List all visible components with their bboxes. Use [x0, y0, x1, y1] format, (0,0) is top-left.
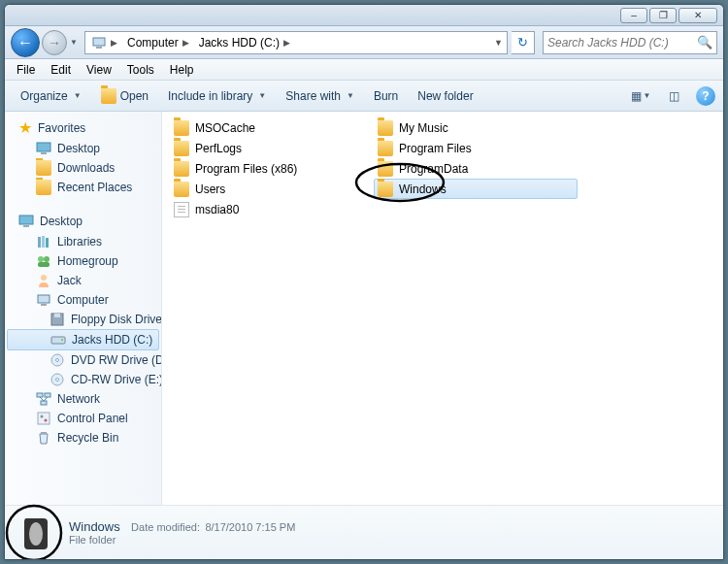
menu-view[interactable]: View	[79, 60, 119, 80]
svg-rect-8	[46, 238, 49, 248]
list-item-selected[interactable]: Windows	[374, 179, 578, 199]
svg-point-22	[56, 379, 59, 382]
sidebar-item-user[interactable]: Jack	[5, 271, 161, 290]
menubar: File Edit View Tools Help	[5, 59, 723, 81]
svg-rect-14	[41, 304, 47, 306]
svg-rect-7	[42, 236, 45, 248]
folder-icon	[378, 141, 393, 156]
close-button[interactable]: ✕	[678, 8, 717, 23]
toolbar: Organize▼ Open Include in library▼ Share…	[5, 81, 723, 112]
folder-icon	[36, 160, 51, 176]
svg-rect-17	[51, 337, 65, 344]
svg-rect-29	[41, 432, 47, 434]
help-button[interactable]: ?	[696, 86, 715, 106]
homegroup-icon	[36, 253, 51, 269]
desktop-icon	[18, 214, 34, 229]
navigation-pane: ★ Favorites Desktop Downloads Recent Pla…	[5, 112, 162, 505]
folder-icon	[174, 182, 189, 197]
svg-point-32	[29, 522, 43, 546]
svg-rect-26	[38, 413, 50, 424]
sidebar-item-downloads[interactable]: Downloads	[5, 158, 161, 178]
details-icon	[15, 513, 55, 553]
floppy-icon	[50, 312, 65, 327]
breadcrumb-computer[interactable]: Computer ▶	[123, 32, 195, 53]
details-pane: Windows Date modified: 8/17/2010 7:15 PM…	[5, 505, 723, 559]
preview-pane-button[interactable]: ◫	[659, 85, 688, 107]
folder-icon	[174, 120, 189, 136]
history-dropdown[interactable]: ▼	[67, 33, 81, 52]
menu-file[interactable]: File	[9, 60, 43, 80]
folder-icon	[378, 161, 393, 177]
address-dropdown[interactable]: ▼	[492, 38, 505, 48]
breadcrumb-drive[interactable]: Jacks HDD (C:) ▶	[195, 32, 296, 53]
file-icon	[174, 202, 189, 217]
svg-rect-0	[93, 38, 105, 46]
forward-button[interactable]: →	[42, 30, 67, 55]
titlebar: – ❐ ✕	[5, 5, 723, 26]
svg-rect-5	[23, 225, 29, 227]
search-box[interactable]: 🔍	[543, 31, 717, 54]
maximize-button[interactable]: ❐	[649, 8, 677, 23]
disc-icon	[50, 352, 65, 368]
chevron-right-icon: ▶	[181, 38, 191, 48]
svg-point-27	[41, 415, 44, 418]
navbar: ← → ▼ ▶ Computer ▶ Jacks HDD (C:) ▶ ▼ ↻ …	[5, 26, 723, 59]
menu-help[interactable]: Help	[162, 60, 202, 80]
list-item[interactable]: Program Files (x86)	[170, 158, 374, 179]
sidebar-item-computer[interactable]: Computer	[5, 290, 161, 310]
list-item[interactable]: msdia80	[170, 199, 374, 219]
menu-tools[interactable]: Tools	[119, 60, 162, 80]
menu-edit[interactable]: Edit	[43, 60, 79, 80]
sidebar-item-recyclebin[interactable]: Recycle Bin	[5, 428, 161, 448]
refresh-button[interactable]: ↻	[512, 31, 535, 54]
svg-point-18	[61, 339, 63, 341]
include-library-button[interactable]: Include in library▼	[160, 85, 274, 107]
explorer-window: – ❐ ✕ ← → ▼ ▶ Computer ▶ Jacks HDD (C:) …	[4, 4, 724, 560]
sidebar-item-floppy[interactable]: Floppy Disk Drive (	[5, 310, 161, 329]
new-folder-button[interactable]: New folder	[410, 85, 480, 107]
svg-rect-24	[45, 393, 50, 397]
star-icon: ★	[18, 120, 32, 136]
list-item[interactable]: Users	[170, 179, 374, 199]
sidebar-item-homegroup[interactable]: Homegroup	[5, 251, 161, 271]
search-icon: 🔍	[697, 35, 712, 50]
sidebar-item-controlpanel[interactable]: Control Panel	[5, 409, 161, 428]
sidebar-item-desktop[interactable]: Desktop	[5, 139, 161, 158]
desktop-icon	[36, 141, 51, 156]
details-name: Windows	[69, 519, 120, 534]
favorites-group[interactable]: ★ Favorites	[5, 117, 161, 139]
share-with-button[interactable]: Share with▼	[278, 85, 362, 107]
list-item[interactable]: Program Files	[374, 138, 578, 158]
open-button[interactable]: Open	[93, 84, 156, 108]
minimize-button[interactable]: –	[620, 8, 647, 23]
organize-button[interactable]: Organize▼	[13, 85, 89, 107]
svg-point-9	[38, 256, 44, 262]
list-item[interactable]: PerfLogs	[170, 138, 374, 158]
svg-point-20	[56, 359, 59, 362]
search-input[interactable]	[547, 36, 697, 50]
list-item[interactable]: My Music	[374, 117, 578, 138]
sidebar-item-cdrw[interactable]: CD-RW Drive (E:)	[5, 370, 161, 389]
list-item[interactable]: ProgramData	[374, 158, 578, 179]
svg-rect-4	[19, 216, 33, 224]
folder-icon	[174, 161, 189, 177]
sidebar-item-dvd[interactable]: DVD RW Drive (D:)	[5, 350, 161, 370]
list-item[interactable]: MSOCache	[170, 117, 374, 138]
address-bar[interactable]: ▶ Computer ▶ Jacks HDD (C:) ▶ ▼	[84, 31, 508, 54]
file-list[interactable]: MSOCache PerfLogs Program Files (x86) Us…	[162, 112, 723, 505]
desktop-group[interactable]: Desktop	[5, 211, 161, 232]
sidebar-item-recent[interactable]: Recent Places	[5, 178, 161, 197]
svg-rect-25	[41, 401, 47, 405]
svg-rect-6	[38, 237, 41, 248]
back-button[interactable]: ←	[11, 28, 40, 57]
svg-rect-13	[38, 295, 50, 303]
hdd-icon	[50, 332, 66, 348]
svg-rect-11	[38, 262, 50, 267]
sidebar-item-libraries[interactable]: Libraries	[5, 232, 161, 251]
view-options-button[interactable]: ▦▼	[626, 85, 655, 107]
breadcrumb-root[interactable]: ▶	[87, 32, 123, 53]
burn-button[interactable]: Burn	[366, 85, 406, 107]
sidebar-item-network[interactable]: Network	[5, 389, 161, 409]
sidebar-item-hdd-selected[interactable]: Jacks HDD (C:)	[7, 329, 159, 350]
chevron-right-icon: ▶	[281, 38, 292, 48]
